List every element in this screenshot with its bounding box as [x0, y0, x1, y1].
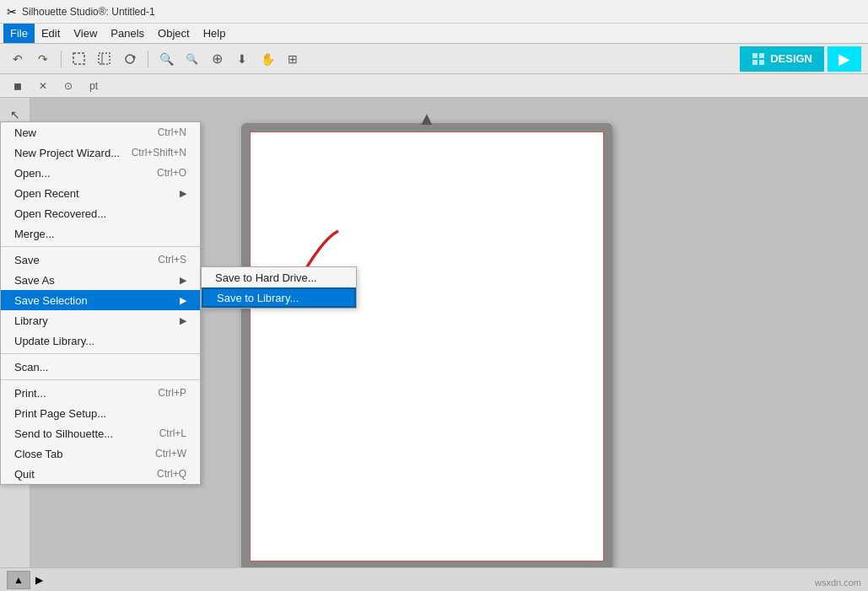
sep-3	[1, 379, 200, 380]
unit-label: pt	[89, 80, 98, 92]
menu-open-recent[interactable]: Open Recent ▶	[1, 183, 200, 203]
menu-update-library[interactable]: Update Library...	[1, 330, 200, 351]
expand-icon: ▲	[13, 574, 24, 586]
menu-file[interactable]: File	[3, 24, 35, 43]
menu-save-as[interactable]: Save As ▶	[1, 270, 200, 290]
svg-rect-5	[752, 53, 757, 58]
submenu-save-hard-drive[interactable]: Save to Hard Drive...	[202, 267, 356, 287]
menu-edit[interactable]: Edit	[35, 24, 67, 43]
menu-quit[interactable]: Quit Ctrl+Q	[1, 464, 200, 484]
design-label: DESIGN	[770, 52, 812, 65]
cut-mat-inner	[250, 132, 604, 561]
lasso-tool[interactable]	[94, 48, 116, 70]
app-icon: ✂	[7, 5, 17, 19]
menu-panels[interactable]: Panels	[104, 24, 151, 43]
sep-2	[1, 353, 200, 354]
menu-open[interactable]: Open... Ctrl+O	[1, 163, 200, 183]
toolbar-sep-1	[61, 51, 62, 67]
menu-scan[interactable]: Scan...	[1, 357, 200, 377]
title-bar: ✂ Silhouette Studio®: Untitled-1	[0, 0, 868, 24]
menu-close-tab[interactable]: Close Tab Ctrl+W	[1, 443, 200, 464]
bottom-bar: ▲ ▶ wsxdn.com	[0, 567, 868, 591]
tb2-btn1[interactable]: ◼	[7, 75, 29, 97]
app-title: Silhouette Studio®: Untitled-1	[22, 6, 155, 18]
toolbar-sep-2	[148, 51, 148, 67]
rotate-tool[interactable]	[119, 48, 141, 70]
menu-open-recovered[interactable]: Open Recovered...	[1, 203, 200, 223]
undo-button[interactable]: ↶	[7, 48, 29, 70]
menu-save-selection[interactable]: Save Selection ▶	[1, 290, 200, 310]
svg-rect-1	[99, 53, 110, 64]
bottom-arrow: ▶	[35, 574, 43, 586]
tb2-btn2[interactable]: ✕	[32, 75, 54, 97]
toolbar-right: DESIGN ▶	[740, 46, 861, 72]
menu-object[interactable]: Object	[151, 24, 197, 43]
menu-print[interactable]: Print... Ctrl+P	[1, 383, 200, 403]
watermark: wsxdn.com	[815, 578, 861, 588]
menu-merge[interactable]: Merge...	[1, 223, 200, 244]
expand-button[interactable]: ▲	[7, 571, 30, 589]
zoom-out-button[interactable]: 🔍	[181, 48, 202, 70]
mat-arrow-up: ▲	[418, 108, 436, 130]
svg-rect-0	[73, 53, 84, 64]
menu-new-project-wizard[interactable]: New Project Wizard... Ctrl+Shift+N	[1, 142, 200, 163]
zoom-fit-button[interactable]: ⊕	[206, 48, 228, 70]
frame-tool[interactable]: ⊞	[282, 48, 304, 70]
svg-rect-8	[759, 60, 764, 65]
main-toolbar: ↶ ↷ 🔍 🔍 ⊕ ⬇ ✋ ⊞ DESIGN ▶	[0, 44, 868, 74]
pan-tool[interactable]: ✋	[256, 48, 278, 70]
main-area: ↖ ✏ ⬡ T ✂ ▲ New Ctrl+N New Project	[0, 98, 868, 591]
move-down-button[interactable]: ⬇	[231, 48, 253, 70]
design-button[interactable]: DESIGN	[740, 46, 824, 72]
redo-button[interactable]: ↷	[32, 48, 54, 70]
file-menu-dropdown: New Ctrl+N New Project Wizard... Ctrl+Sh…	[0, 121, 201, 485]
zoom-in-button[interactable]: 🔍	[155, 48, 177, 70]
menu-print-page-setup[interactable]: Print Page Setup...	[1, 403, 200, 423]
save-selection-submenu: Save to Hard Drive... Save to Library...	[201, 266, 357, 309]
menu-view[interactable]: View	[67, 24, 104, 43]
cut-mat: ▲	[241, 123, 612, 570]
tb2-btn3[interactable]: ⊙	[57, 75, 79, 97]
secondary-toolbar: ◼ ✕ ⊙ pt	[0, 74, 868, 98]
sep-1	[1, 246, 200, 247]
svg-rect-7	[752, 60, 757, 65]
menu-library[interactable]: Library ▶	[1, 310, 200, 330]
extra-mode-button[interactable]: ▶	[828, 46, 861, 72]
menu-save[interactable]: Save Ctrl+S	[1, 250, 200, 270]
svg-rect-6	[759, 53, 764, 58]
menu-send-to-silhouette[interactable]: Send to Silhouette... Ctrl+L	[1, 423, 200, 443]
menu-help[interactable]: Help	[197, 24, 233, 43]
svg-point-3	[126, 55, 134, 63]
menu-bar: File Edit View Panels Object Help	[0, 24, 868, 44]
select-tool[interactable]	[68, 48, 90, 70]
menu-new[interactable]: New Ctrl+N	[1, 122, 200, 142]
submenu-save-library[interactable]: Save to Library...	[202, 287, 356, 308]
